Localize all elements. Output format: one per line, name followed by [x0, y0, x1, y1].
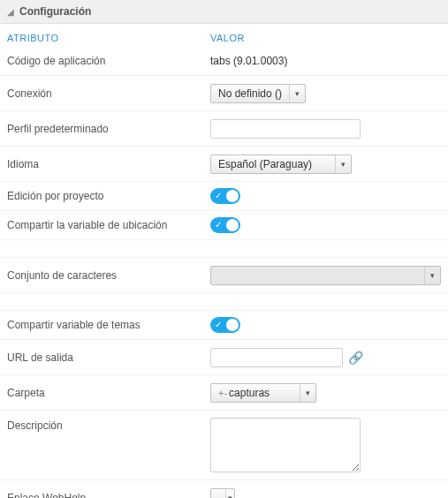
label-webhelp: Enlace WebHelp	[7, 487, 210, 499]
select-language[interactable]: Español (Paraguay) ▾	[210, 155, 352, 174]
row-charset: Conjunto de caracteres ▾	[0, 258, 448, 293]
label-description: Descripción	[7, 411, 210, 437]
row-edit-project: Edición por proyecto ✓	[0, 182, 448, 211]
toggle-edit-project[interactable]: ✓	[210, 188, 240, 204]
label-connection: Conexión	[7, 82, 210, 105]
check-icon: ✓	[215, 219, 222, 231]
row-default-profile: Perfil predeterminado	[0, 111, 448, 147]
collapse-icon: ◢	[7, 7, 14, 17]
toggle-share-theme-var[interactable]: ✓	[210, 317, 240, 333]
panel-header[interactable]: ◢ Configuración	[0, 0, 448, 24]
row-share-location-var: Compartir la variable de ubicación ✓	[0, 211, 448, 240]
chevron-down-icon: ▾	[225, 489, 234, 499]
check-icon: ✓	[215, 190, 222, 202]
row-language: Idioma Español (Paraguay) ▾	[0, 147, 448, 182]
row-exit-url: URL de salida 🔗	[0, 340, 448, 375]
chevron-down-icon: ▾	[300, 384, 315, 402]
toggle-share-location-var[interactable]: ✓	[210, 217, 240, 233]
check-icon: ✓	[215, 319, 222, 331]
label-default-profile: Perfil predeterminado	[7, 117, 210, 140]
row-description: Descripción	[0, 411, 448, 480]
chevron-down-icon: ▾	[335, 155, 351, 173]
label-share-theme-var: Compartir variable de temas	[7, 313, 210, 336]
chevron-down-icon: ▾	[289, 85, 305, 102]
row-folder: Carpeta +-capturas ▾	[0, 375, 448, 411]
select-folder[interactable]: +-capturas ▾	[210, 383, 316, 403]
row-webhelp: Enlace WebHelp ▾	[0, 480, 448, 498]
label-edit-project: Edición por proyecto	[7, 185, 210, 208]
columns-header: ATRIBUTO VALOR	[0, 24, 448, 47]
panel-title: Configuración	[19, 5, 91, 18]
label-app-code: Código de aplicación	[7, 49, 210, 72]
row-app-code: Código de aplicación tabs (9.01.0003)	[0, 47, 448, 76]
label-language: Idioma	[7, 153, 210, 176]
label-exit-url: URL de salida	[7, 346, 210, 369]
label-folder: Carpeta	[7, 381, 210, 404]
column-header-attribute: ATRIBUTO	[7, 33, 210, 43]
label-charset: Conjunto de caracteres	[7, 264, 210, 287]
folder-tree-icon: +-	[218, 388, 227, 398]
textarea-description[interactable]	[210, 418, 361, 472]
select-connection[interactable]: No definido () ▾	[210, 84, 306, 103]
link-icon[interactable]: 🔗	[348, 351, 363, 365]
row-share-theme-var: Compartir variable de temas ✓	[0, 311, 448, 340]
column-header-value: VALOR	[210, 33, 441, 43]
input-default-profile[interactable]	[210, 119, 361, 139]
select-webhelp[interactable]: ▾	[210, 488, 235, 499]
value-app-code: tabs (9.01.0003)	[210, 55, 287, 67]
spacer	[0, 240, 448, 258]
row-connection: Conexión No definido () ▾	[0, 76, 448, 111]
config-panel: ◢ Configuración ATRIBUTO VALOR Código de…	[0, 0, 448, 498]
input-exit-url[interactable]	[210, 348, 343, 367]
spacer	[0, 293, 448, 311]
label-share-location-var: Compartir la variable de ubicación	[7, 214, 210, 237]
select-charset[interactable]: ▾	[210, 266, 441, 285]
chevron-down-icon: ▾	[424, 267, 440, 284]
